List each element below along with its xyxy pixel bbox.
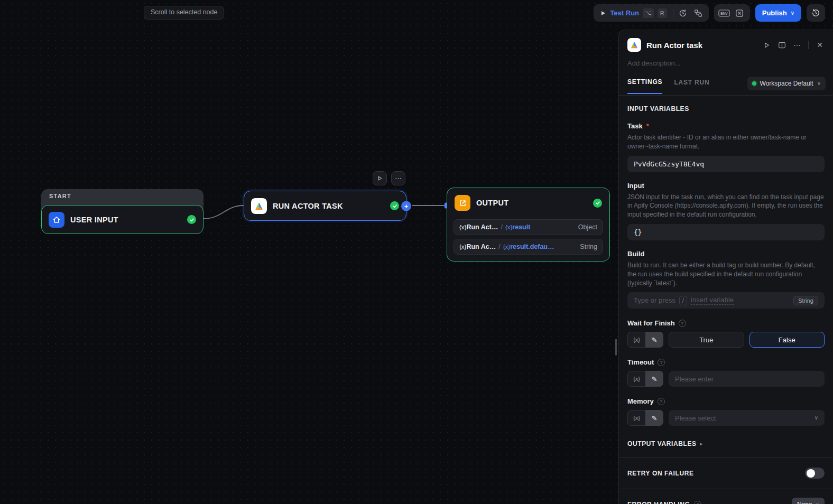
memory-select[interactable]: Please select ∨ — [669, 410, 825, 426]
path-separator: / — [498, 243, 500, 250]
field-input: Input JSON input for the task run, which… — [627, 182, 825, 240]
node-output[interactable]: OUTPUT {x}Run Act… / {x}result Object {x… — [447, 188, 610, 262]
panel-scrollbar[interactable] — [615, 339, 617, 356]
apify-icon — [627, 38, 641, 52]
help-icon[interactable]: ? — [658, 398, 665, 405]
test-run-button[interactable]: Test Run ⌥ R — [596, 6, 670, 20]
svg-text:ENV: ENV — [721, 12, 728, 15]
insert-variable-link[interactable]: insert variable — [691, 296, 734, 305]
success-check-icon — [593, 199, 602, 208]
variable-type: Object — [574, 223, 597, 231]
output-variable-row: {x}Run Ac… / {x}result.defau… String — [453, 239, 603, 255]
chevron-down-icon: ∨ — [817, 81, 821, 86]
panel-title: Run Actor task — [646, 41, 702, 50]
toggle-knob — [807, 469, 815, 478]
section-divider — [619, 489, 833, 489]
true-button[interactable]: True — [669, 332, 744, 348]
wait-for-finish-controls: {x} ✎ True False — [627, 332, 825, 348]
more-options-button[interactable]: ⋯ — [790, 38, 804, 52]
chevron-down-icon: ∨ — [816, 502, 819, 504]
header-divider — [808, 41, 809, 49]
run-node-button[interactable] — [760, 38, 773, 52]
field-timeout: Timeout ? {x} ✎ Please enter — [627, 358, 825, 387]
variables-x-icon — [735, 9, 744, 17]
field-description: Actor task identifier - ID or an alias i… — [627, 133, 825, 151]
variable-source: Run Ac… — [466, 243, 496, 250]
timeout-controls: {x} ✎ Please enter — [627, 371, 825, 387]
section-divider — [619, 458, 833, 458]
add-next-node-button[interactable]: + — [401, 201, 411, 211]
variable-mode-button[interactable]: {x} — [627, 410, 645, 426]
publish-button[interactable]: Publish ∨ — [755, 4, 801, 22]
error-handling-value: None — [797, 501, 812, 504]
variable-icon: {x} — [503, 244, 510, 250]
scroll-to-selected-node-button[interactable]: Scroll to selected node — [144, 6, 224, 20]
node-run-actor-task[interactable]: RUN ACTOR TASK + — [244, 191, 406, 221]
chevron-down-icon: ∨ — [791, 11, 794, 16]
env-variables-button[interactable]: ENV — [717, 6, 732, 20]
retry-on-failure-section: RETRY ON FAILURE — [627, 468, 825, 479]
workspace-selector[interactable]: Workspace Default ∨ — [747, 77, 826, 90]
node-toolbar: ⋯ — [373, 171, 405, 185]
input-json-input[interactable]: {} — [627, 224, 825, 240]
field-description: JSON input for the task run, which you c… — [627, 193, 825, 219]
help-icon[interactable]: ? — [658, 359, 665, 366]
field-label: Memory ? — [627, 397, 825, 405]
panel-tabs: SETTINGS LAST RUN Workspace Default ∨ — [619, 67, 833, 96]
description-input[interactable]: Add description... — [619, 52, 833, 67]
node-play-button[interactable] — [373, 171, 387, 185]
split-view-button[interactable] — [775, 38, 789, 52]
field-label: Task * — [627, 122, 825, 130]
close-panel-button[interactable]: ✕ — [813, 38, 827, 52]
manual-edit-mode-button[interactable]: ✎ — [645, 371, 663, 387]
output-variables-section[interactable]: OUTPUT VARIABLES ▸ — [627, 440, 825, 447]
timeout-input[interactable]: Please enter — [669, 371, 825, 387]
manual-edit-mode-button[interactable]: ✎ — [645, 410, 663, 426]
error-handling-select[interactable]: None ∨ — [792, 498, 825, 504]
shortcut-r-key: R — [658, 8, 667, 18]
task-input[interactable]: PvVdGcG5zsyT8E4vq — [627, 156, 825, 172]
play-icon — [763, 42, 770, 49]
variable-mode-button[interactable]: {x} — [627, 332, 645, 348]
build-input[interactable]: Type or press / insert variable String — [627, 292, 825, 309]
variable-mode-button[interactable]: {x} — [627, 371, 645, 387]
retry-on-failure-heading: RETRY ON FAILURE — [627, 470, 694, 477]
top-toolbar: Test Run ⌥ R ENV Publish ∨ — [594, 4, 825, 22]
input-mode-toggle: {x} ✎ — [627, 371, 663, 387]
type-badge: String — [793, 296, 818, 305]
required-mark: * — [646, 122, 649, 130]
clear-variables-button[interactable] — [732, 6, 747, 20]
input-mode-toggle: {x} ✎ — [627, 410, 663, 426]
build-label: Build — [627, 250, 645, 258]
play-icon — [600, 10, 606, 16]
help-icon[interactable]: ? — [694, 501, 701, 504]
panel-header-actions: ⋯ ✕ — [760, 38, 827, 52]
field-label: Timeout ? — [627, 358, 825, 366]
node-more-button[interactable]: ⋯ — [391, 171, 405, 185]
tab-last-run[interactable]: LAST RUN — [674, 79, 709, 94]
test-run-label: Test Run — [610, 9, 639, 17]
run-history-button[interactable] — [675, 6, 691, 20]
node-title: RUN ACTOR TASK — [273, 202, 343, 210]
node-user-input[interactable]: USER INPUT — [41, 205, 203, 234]
success-check-icon — [390, 201, 399, 210]
run-controls-group: Test Run ⌥ R — [594, 4, 708, 22]
manual-edit-mode-button[interactable]: ✎ — [645, 332, 663, 348]
node-title: USER INPUT — [70, 216, 118, 224]
tab-settings[interactable]: SETTINGS — [627, 78, 662, 94]
path-separator: / — [501, 223, 502, 231]
placeholder-text: Please select — [675, 414, 716, 422]
output-variable-row: {x}Run Act… / {x}result Object — [453, 219, 603, 235]
field-build: Build Build to run. It can be either a b… — [627, 250, 825, 309]
auto-layout-button[interactable] — [691, 6, 706, 20]
task-label: Task — [627, 122, 643, 130]
false-button[interactable]: False — [749, 332, 825, 348]
version-history-button[interactable] — [807, 4, 825, 22]
home-icon — [49, 212, 64, 228]
retry-toggle[interactable] — [805, 468, 825, 479]
node-title: OUTPUT — [476, 199, 508, 207]
panel-body: INPUT VARIABLES Task * Actor task identi… — [619, 96, 833, 504]
apify-icon — [251, 198, 267, 214]
error-handling-section: ERROR HANDLING ? None ∨ — [627, 498, 825, 504]
help-icon[interactable]: ? — [679, 320, 686, 327]
